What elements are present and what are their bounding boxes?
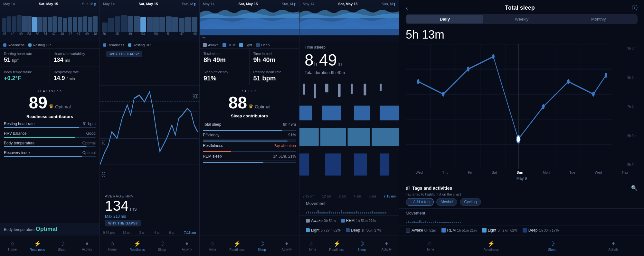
y-label: 9h 0m (627, 47, 636, 50)
bar (73, 17, 77, 32)
nav-activity[interactable]: ♦ Activity (374, 235, 399, 256)
time-label: 9:35 pm (103, 231, 115, 234)
nav-home[interactable]: ⌂ Home (200, 235, 224, 256)
movement-bar (364, 212, 365, 214)
movement-bar (306, 212, 307, 214)
share-button-2[interactable]: ⬆ (193, 2, 197, 7)
movement-bar (323, 212, 325, 214)
movement-bar (360, 212, 361, 214)
contributor-value: 51 bpm (83, 122, 96, 126)
back-button[interactable]: ‹ (406, 4, 408, 12)
nav-sleep[interactable]: ☽ Sleep (522, 235, 583, 256)
movement-bar (427, 222, 428, 223)
total-sleep-chart: 9h 0m 8h 0m 7h 0m 6h 0m 5h 0m (399, 44, 644, 169)
y-label: 6h 0m (627, 134, 636, 138)
nav-activity[interactable]: ♦ Activity (583, 235, 644, 256)
stages-row-right: Awake 0h 51m REM 1h 51m 21% Light 5h 27m… (406, 228, 638, 233)
nav-activity[interactable]: ♦ Activity (274, 235, 299, 256)
tab-daily[interactable]: Daily (406, 15, 483, 23)
chart-dates-2: May 14 Sat, May 15 Sun, M... (100, 0, 199, 6)
nav-readiness[interactable]: ⚡ Readiness (460, 235, 522, 256)
nav-label: Sleep (258, 248, 266, 251)
svg-rect-22 (372, 128, 399, 146)
movement-bar (408, 221, 409, 223)
nav-sleep[interactable]: ☽ Sleep (50, 235, 75, 256)
why-gaps-button-2[interactable]: WHY THE GAPS? (105, 220, 141, 226)
contrib-label: Total sleep (203, 122, 221, 127)
share-button[interactable]: ⬆ (93, 2, 97, 7)
contributor-value: Good (86, 131, 96, 136)
readiness-icon: ⚡ (333, 240, 340, 247)
svg-text:56: 56 (101, 171, 105, 178)
legend-dot-rem (223, 43, 226, 47)
svg-rect-24 (325, 153, 341, 176)
tags-description: Tap a tag to highlight it on the chart (406, 192, 638, 196)
stage-time: 1h 51m 21% (457, 228, 477, 232)
tab-monthly[interactable]: Monthly (560, 15, 637, 23)
contrib-label: Restfulness (203, 143, 223, 148)
nav-home[interactable]: ⌂ Home (0, 235, 25, 256)
movement-bar (314, 212, 315, 214)
legend-label: Resting HR (133, 43, 151, 47)
sleep-metric-efficiency: Sleep efficiency 91% (200, 67, 250, 85)
share-button-3[interactable]: ⬆ (293, 2, 297, 7)
nav-label: Home (308, 248, 316, 251)
nav-readiness[interactable]: ⚡ Readiness (25, 235, 50, 256)
metric-label: Respiratory rate (54, 70, 96, 74)
movement-bar (333, 212, 334, 214)
day-col-thu1: Thu (442, 170, 449, 174)
movement-bar (354, 212, 355, 214)
y-label: 8h 0m (627, 76, 636, 79)
nav-sleep[interactable]: ☽ Sleep (349, 235, 374, 256)
readiness-icon: ⚡ (134, 240, 141, 247)
nav-label-sleep: Sleep (58, 248, 66, 251)
search-icon[interactable]: 🔍 (631, 185, 638, 191)
sleep-icon: ☽ (259, 240, 264, 247)
sleep-icon: ☽ (359, 240, 364, 247)
date-center: Sat, May 15 (39, 2, 58, 6)
nav-home[interactable]: ⌂ Home (399, 235, 460, 256)
tab-weekly[interactable]: Weekly (483, 15, 560, 23)
movement-bar (356, 211, 357, 214)
info-button[interactable]: ⓘ (632, 4, 638, 12)
movement-bar (345, 212, 346, 214)
nav-activity[interactable]: ♦ Activity (175, 235, 199, 256)
nav-sleep[interactable]: ☽ Sleep (150, 235, 175, 256)
nav-sleep[interactable]: ☽ Sleep (250, 235, 274, 256)
sleep-score-section: SLEEP 88 ♛ Optimal (200, 85, 299, 112)
nav-activity[interactable]: ♦ Activity (75, 235, 99, 256)
nav-readiness[interactable]: ⚡ Readiness (324, 235, 349, 256)
nav-label-home: Home (8, 248, 17, 251)
stages-row: Awake 0h 51m REM 1h 51m 21% Light 5h 27m… (306, 218, 393, 233)
bar-highlighted (140, 17, 146, 32)
metric-body-temp: Body temperature +0.2°F (0, 67, 50, 85)
nav-readiness[interactable]: ⚡ Readiness (224, 235, 249, 256)
sleep-metric-value: 9h 40m (253, 56, 295, 64)
nav-home[interactable]: ⌂ Home (100, 235, 125, 256)
why-gaps-button[interactable]: WHY THE GAPS? (106, 51, 142, 57)
contributor-body-temp: Body temperature Optimal (4, 141, 96, 147)
sleep-icon: ☽ (550, 240, 555, 247)
time-asleep-h-unit: h (314, 61, 317, 67)
tag-alcohol[interactable]: Alcohol (436, 198, 457, 206)
stage-dot-deep (523, 228, 527, 233)
sleep-metric-value: 8h 49m (204, 56, 245, 64)
sleep-contrib-restfulness: Restfulness Pay attention (203, 142, 296, 150)
bar (22, 16, 27, 32)
metric-value: 134 ms (54, 57, 96, 63)
total-sleep-svg (406, 44, 638, 169)
tag-cycling[interactable]: Cycling (460, 198, 481, 206)
contributor-label: Resting heart rate (4, 122, 34, 126)
bar (172, 17, 178, 32)
readiness-score-section: READINESS 89 ♛ Optimal (0, 85, 99, 113)
time-label: 12 am (122, 231, 131, 234)
nav-home[interactable]: ⌂ Home (299, 235, 324, 256)
tags-title: 🏷 Tags and activities (406, 186, 452, 191)
add-tag-button[interactable]: + Add a tag (406, 198, 434, 206)
bar (192, 17, 197, 32)
share-button-4[interactable]: ⬆ (393, 2, 396, 7)
time-label-active: 7:15 am (184, 231, 196, 234)
nav-readiness[interactable]: ⚡ Readiness (125, 235, 149, 256)
bar (115, 16, 120, 32)
metric-value: 51 bpm (4, 57, 46, 63)
